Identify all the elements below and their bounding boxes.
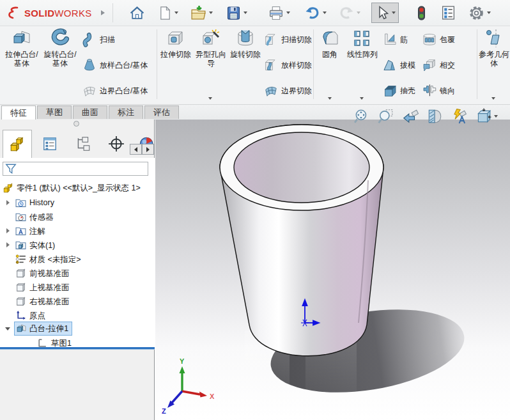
new-document-button[interactable]: [156, 3, 180, 23]
lofted-cut-button[interactable]: 放样切除: [263, 54, 312, 77]
graphics-viewport[interactable]: Y X Z: [155, 120, 510, 420]
tree-item-label[interactable]: 材质 <未指定>: [29, 254, 81, 265]
previous-view-icon: [402, 108, 419, 125]
view-settings-button[interactable]: [475, 108, 491, 125]
swept-cut-button[interactable]: 扫描切除: [263, 28, 312, 51]
rollback-bar[interactable]: [0, 347, 155, 349]
expand-arrow[interactable]: [6, 242, 10, 247]
tree-row-history[interactable]: History: [0, 196, 155, 210]
hide-show-items-button[interactable]: [451, 108, 467, 125]
tree-row-solid-bodies[interactable]: 实体(1): [0, 238, 155, 253]
tab-evaluate[interactable]: 评估: [144, 105, 179, 119]
print-button[interactable]: [266, 3, 292, 23]
tab-configurationmanager[interactable]: [69, 130, 97, 157]
tab-dimxpertmanager[interactable]: [102, 130, 130, 157]
revolved-boss-base-button[interactable]: 旋转凸台/基体: [41, 28, 79, 101]
tab-markup[interactable]: 标注: [109, 105, 143, 119]
draft-button[interactable]: 拔模: [382, 54, 421, 77]
hole-wizard-button[interactable]: 异型孔向导: [193, 28, 229, 101]
tab-sketch[interactable]: 草图: [37, 105, 72, 119]
button-label: 拉伸切除: [160, 50, 191, 59]
menu-flyout-arrow-icon[interactable]: [101, 10, 105, 15]
expand-arrow[interactable]: [6, 200, 10, 205]
tab-propertymanager[interactable]: [36, 130, 64, 157]
revolved-cut-button[interactable]: 旋转切除: [229, 28, 262, 101]
tab-surfaces[interactable]: 曲面: [73, 105, 107, 119]
tree-item-label[interactable]: 原点: [29, 311, 45, 322]
fillet-dropdown[interactable]: [328, 97, 332, 100]
tree-filter-input[interactable]: [19, 163, 148, 175]
tree-row-material[interactable]: 材质 <未指定>: [0, 253, 155, 267]
tree-item-label[interactable]: 上视基准面: [29, 283, 70, 293]
lofted-boss-button[interactable]: 放样凸台/基体: [82, 54, 155, 77]
rib-button[interactable]: 筋: [382, 28, 421, 51]
shell-button[interactable]: 抽壳: [382, 79, 421, 102]
tree-filter[interactable]: [3, 162, 148, 176]
expand-arrow[interactable]: [6, 228, 10, 233]
tree-root-label[interactable]: 零件1 (默认) <<默认>_显示状态 1>: [17, 183, 141, 194]
tree-root-row[interactable]: 零件1 (默认) <<默认>_显示状态 1>: [0, 181, 155, 195]
tree-row-origin[interactable]: 原点: [0, 309, 155, 323]
redo-button[interactable]: [336, 3, 362, 23]
panel-splitter-handle[interactable]: [73, 121, 79, 127]
inner-bore: [234, 132, 369, 203]
tree-item-label[interactable]: 传感器: [29, 212, 54, 223]
previous-view-button[interactable]: [402, 108, 419, 125]
undo-button[interactable]: [302, 3, 328, 23]
button-label: 线性阵列: [347, 50, 378, 59]
extruded-boss-base-button[interactable]: 拉伸凸台/基体: [3, 28, 41, 101]
axis-label-z: Z: [162, 407, 166, 415]
tree-row-boss-extrude1[interactable]: 凸台-拉伸1: [0, 322, 155, 336]
home-button[interactable]: [127, 3, 147, 23]
gear-icon: [468, 4, 485, 22]
tree-item-label[interactable]: 右视基准面: [29, 297, 70, 307]
view-settings-dropdown[interactable]: [494, 115, 498, 118]
fillet-button[interactable]: 圆角: [315, 28, 344, 101]
tree-item-label[interactable]: 凸台-拉伸1: [29, 323, 68, 334]
cut-small-column: 扫描切除 放样切除 边界切除: [263, 28, 312, 102]
tree-row-top-plane[interactable]: 上视基准面: [0, 281, 155, 295]
cylinder-model[interactable]: [220, 125, 383, 356]
tree-item-label[interactable]: 实体(1): [29, 240, 55, 251]
extruded-cut-button[interactable]: 拉伸切除: [159, 28, 192, 101]
wrap-button[interactable]: 包覆: [422, 28, 474, 51]
hole-wizard-dropdown[interactable]: [208, 97, 212, 100]
save-button[interactable]: [224, 3, 249, 23]
section-view-button[interactable]: [426, 108, 443, 125]
section-view-icon: [426, 108, 443, 125]
ribbon-divider: [477, 29, 477, 99]
tree-row-sensors[interactable]: 传感器: [0, 210, 155, 224]
swept-boss-button[interactable]: 扫描: [82, 28, 155, 51]
tree-row-front-plane[interactable]: 前视基准面: [0, 267, 155, 281]
options-button[interactable]: [466, 3, 493, 24]
rebuild-button[interactable]: [412, 3, 431, 24]
tree-item-label[interactable]: 前视基准面: [29, 268, 70, 279]
boundary-cut-button[interactable]: 边界切除: [263, 79, 312, 102]
tab-label: 标注: [118, 107, 134, 118]
origin-icon: [15, 310, 26, 321]
revolved-cut-icon: [235, 28, 256, 49]
tree-row-annotations[interactable]: 注解: [0, 224, 155, 238]
tree-item-label[interactable]: 注解: [29, 226, 45, 237]
button-label: 抽壳: [400, 86, 415, 97]
open-button[interactable]: [188, 3, 215, 23]
panel-tab-scroll-left[interactable]: [130, 144, 142, 155]
linear-pattern-button[interactable]: 线性阵列: [345, 28, 380, 101]
tab-featuremanager-tree[interactable]: [3, 130, 32, 159]
zoom-to-fit-button[interactable]: [353, 108, 370, 125]
collapse-arrow[interactable]: [5, 327, 10, 331]
tree-row-right-plane[interactable]: 右视基准面: [0, 295, 155, 309]
mirror-button[interactable]: 镜向: [422, 79, 474, 102]
zoom-to-area-button[interactable]: [378, 108, 394, 125]
file-properties-button[interactable]: [438, 3, 458, 23]
reference-geometry-button[interactable]: 参考几何体: [479, 28, 509, 101]
linear-pattern-dropdown[interactable]: [360, 97, 364, 100]
tree-item-label[interactable]: History: [29, 198, 54, 207]
selected-tree-item[interactable]: 凸台-拉伸1: [14, 322, 72, 336]
boundary-boss-button[interactable]: 边界凸台/基体: [82, 79, 155, 102]
intersect-button[interactable]: 相交: [422, 54, 474, 77]
select-tool-button[interactable]: [371, 3, 399, 23]
panel-tab-scroll-right[interactable]: [142, 144, 154, 155]
reference-geometry-dropdown[interactable]: [491, 97, 495, 100]
tab-features[interactable]: 特征: [1, 105, 36, 120]
